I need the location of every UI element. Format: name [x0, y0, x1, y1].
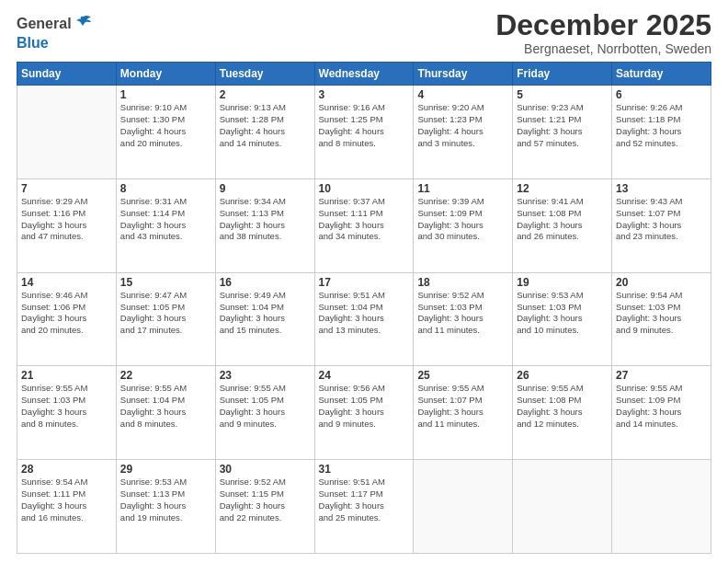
day-info: Sunrise: 9:55 AM Sunset: 1:03 PM Dayligh…	[21, 383, 112, 430]
day-info: Sunrise: 9:49 AM Sunset: 1:04 PM Dayligh…	[220, 290, 311, 337]
day-number: 23	[220, 369, 311, 382]
day-info: Sunrise: 9:41 AM Sunset: 1:08 PM Dayligh…	[517, 196, 608, 243]
day-info: Sunrise: 9:52 AM Sunset: 1:03 PM Dayligh…	[417, 290, 508, 337]
calendar-cell: 28Sunrise: 9:54 AM Sunset: 1:11 PM Dayli…	[17, 460, 117, 554]
logo-blue: Blue	[17, 35, 49, 51]
day-info: Sunrise: 9:53 AM Sunset: 1:13 PM Dayligh…	[120, 477, 211, 523]
day-info: Sunrise: 9:46 AM Sunset: 1:06 PM Dayligh…	[21, 290, 112, 337]
page: General Blue December 2025 Bergnaeset, N…	[0, 0, 728, 563]
day-info: Sunrise: 9:55 AM Sunset: 1:08 PM Dayligh…	[517, 383, 608, 430]
day-number: 4	[417, 88, 508, 101]
day-info: Sunrise: 9:37 AM Sunset: 1:11 PM Dayligh…	[319, 196, 410, 243]
calendar-cell: 31Sunrise: 9:51 AM Sunset: 1:17 PM Dayli…	[314, 460, 414, 554]
day-number: 27	[616, 369, 707, 382]
calendar-header-row: SundayMondayTuesdayWednesdayThursdayFrid…	[17, 63, 711, 86]
calendar-cell: 16Sunrise: 9:49 AM Sunset: 1:04 PM Dayli…	[215, 272, 314, 366]
day-number: 1	[120, 88, 211, 101]
day-number: 8	[120, 182, 211, 195]
day-number: 14	[21, 276, 112, 289]
calendar-cell: 18Sunrise: 9:52 AM Sunset: 1:03 PM Dayli…	[414, 272, 513, 366]
day-info: Sunrise: 9:34 AM Sunset: 1:13 PM Dayligh…	[220, 196, 311, 243]
calendar-cell: 20Sunrise: 9:54 AM Sunset: 1:03 PM Dayli…	[612, 272, 711, 366]
calendar-cell	[513, 460, 612, 554]
day-info: Sunrise: 9:39 AM Sunset: 1:09 PM Dayligh…	[417, 196, 508, 243]
calendar-cell: 25Sunrise: 9:55 AM Sunset: 1:07 PM Dayli…	[414, 366, 513, 460]
day-info: Sunrise: 9:54 AM Sunset: 1:03 PM Dayligh…	[616, 290, 707, 337]
day-info: Sunrise: 9:23 AM Sunset: 1:21 PM Dayligh…	[517, 102, 608, 149]
day-number: 15	[120, 276, 211, 289]
day-info: Sunrise: 9:55 AM Sunset: 1:09 PM Dayligh…	[616, 383, 707, 430]
day-number: 2	[220, 88, 311, 101]
day-number: 18	[417, 276, 508, 289]
calendar-cell: 5Sunrise: 9:23 AM Sunset: 1:21 PM Daylig…	[513, 86, 612, 179]
calendar-cell: 4Sunrise: 9:20 AM Sunset: 1:23 PM Daylig…	[414, 86, 513, 179]
day-info: Sunrise: 9:43 AM Sunset: 1:07 PM Dayligh…	[616, 196, 707, 243]
calendar-week-row: 14Sunrise: 9:46 AM Sunset: 1:06 PM Dayli…	[17, 272, 711, 366]
day-number: 26	[517, 369, 608, 382]
day-info: Sunrise: 9:26 AM Sunset: 1:18 PM Dayligh…	[616, 102, 707, 149]
day-number: 20	[616, 276, 707, 289]
day-number: 16	[220, 276, 311, 289]
calendar-cell	[17, 86, 117, 179]
location: Bergnaeset, Norrbotten, Sweden	[495, 41, 711, 56]
calendar-weekday-thursday: Thursday	[414, 63, 513, 86]
calendar-cell: 23Sunrise: 9:55 AM Sunset: 1:05 PM Dayli…	[215, 366, 314, 460]
calendar-cell	[414, 460, 513, 554]
calendar-cell: 8Sunrise: 9:31 AM Sunset: 1:14 PM Daylig…	[116, 178, 215, 272]
logo-general: General	[17, 16, 72, 32]
calendar-cell	[612, 460, 711, 554]
calendar-cell: 29Sunrise: 9:53 AM Sunset: 1:13 PM Dayli…	[116, 460, 215, 554]
day-number: 11	[417, 182, 508, 195]
calendar-cell: 11Sunrise: 9:39 AM Sunset: 1:09 PM Dayli…	[414, 178, 513, 272]
day-number: 22	[120, 369, 211, 382]
day-number: 9	[220, 182, 311, 195]
day-info: Sunrise: 9:55 AM Sunset: 1:07 PM Dayligh…	[417, 383, 508, 430]
day-info: Sunrise: 9:55 AM Sunset: 1:05 PM Dayligh…	[220, 383, 311, 430]
day-number: 21	[21, 369, 112, 382]
calendar-cell: 21Sunrise: 9:55 AM Sunset: 1:03 PM Dayli…	[17, 366, 117, 460]
day-info: Sunrise: 9:52 AM Sunset: 1:15 PM Dayligh…	[220, 477, 311, 523]
day-info: Sunrise: 9:56 AM Sunset: 1:05 PM Dayligh…	[319, 383, 410, 430]
calendar-table: SundayMondayTuesdayWednesdayThursdayFrid…	[17, 62, 711, 554]
calendar-cell: 9Sunrise: 9:34 AM Sunset: 1:13 PM Daylig…	[215, 178, 314, 272]
day-info: Sunrise: 9:47 AM Sunset: 1:05 PM Dayligh…	[120, 290, 211, 337]
day-number: 10	[319, 182, 410, 195]
day-info: Sunrise: 9:51 AM Sunset: 1:04 PM Dayligh…	[319, 290, 410, 337]
calendar-cell: 3Sunrise: 9:16 AM Sunset: 1:25 PM Daylig…	[314, 86, 414, 179]
calendar-week-row: 1Sunrise: 9:10 AM Sunset: 1:30 PM Daylig…	[17, 86, 711, 179]
calendar-weekday-wednesday: Wednesday	[314, 63, 414, 86]
day-info: Sunrise: 9:10 AM Sunset: 1:30 PM Dayligh…	[120, 102, 211, 149]
calendar-cell: 10Sunrise: 9:37 AM Sunset: 1:11 PM Dayli…	[314, 178, 414, 272]
day-number: 3	[319, 88, 410, 101]
calendar-cell: 1Sunrise: 9:10 AM Sunset: 1:30 PM Daylig…	[116, 86, 215, 179]
day-info: Sunrise: 9:13 AM Sunset: 1:28 PM Dayligh…	[220, 102, 311, 149]
header: General Blue December 2025 Bergnaeset, N…	[17, 9, 711, 56]
calendar-weekday-tuesday: Tuesday	[215, 63, 314, 86]
calendar-cell: 27Sunrise: 9:55 AM Sunset: 1:09 PM Dayli…	[612, 366, 711, 460]
calendar-weekday-saturday: Saturday	[612, 63, 711, 86]
calendar-cell: 22Sunrise: 9:55 AM Sunset: 1:04 PM Dayli…	[116, 366, 215, 460]
calendar-cell: 19Sunrise: 9:53 AM Sunset: 1:03 PM Dayli…	[513, 272, 612, 366]
calendar-weekday-sunday: Sunday	[17, 63, 117, 86]
calendar-cell: 30Sunrise: 9:52 AM Sunset: 1:15 PM Dayli…	[215, 460, 314, 554]
calendar-weekday-friday: Friday	[513, 63, 612, 86]
day-number: 17	[319, 276, 410, 289]
logo: General Blue	[17, 9, 93, 52]
day-info: Sunrise: 9:51 AM Sunset: 1:17 PM Dayligh…	[319, 477, 410, 523]
day-number: 7	[21, 182, 112, 195]
day-number: 25	[417, 369, 508, 382]
calendar-cell: 17Sunrise: 9:51 AM Sunset: 1:04 PM Dayli…	[314, 272, 414, 366]
day-number: 13	[616, 182, 707, 195]
day-info: Sunrise: 9:20 AM Sunset: 1:23 PM Dayligh…	[417, 102, 508, 149]
calendar-weekday-monday: Monday	[116, 63, 215, 86]
calendar-cell: 26Sunrise: 9:55 AM Sunset: 1:08 PM Dayli…	[513, 366, 612, 460]
day-number: 29	[120, 463, 211, 476]
calendar-week-row: 21Sunrise: 9:55 AM Sunset: 1:03 PM Dayli…	[17, 366, 711, 460]
day-info: Sunrise: 9:54 AM Sunset: 1:11 PM Dayligh…	[21, 477, 112, 523]
day-number: 5	[517, 88, 608, 101]
day-info: Sunrise: 9:55 AM Sunset: 1:04 PM Dayligh…	[120, 383, 211, 430]
logo-bird-icon	[74, 13, 93, 35]
calendar-cell: 15Sunrise: 9:47 AM Sunset: 1:05 PM Dayli…	[116, 272, 215, 366]
calendar-cell: 12Sunrise: 9:41 AM Sunset: 1:08 PM Dayli…	[513, 178, 612, 272]
calendar-cell: 13Sunrise: 9:43 AM Sunset: 1:07 PM Dayli…	[612, 178, 711, 272]
